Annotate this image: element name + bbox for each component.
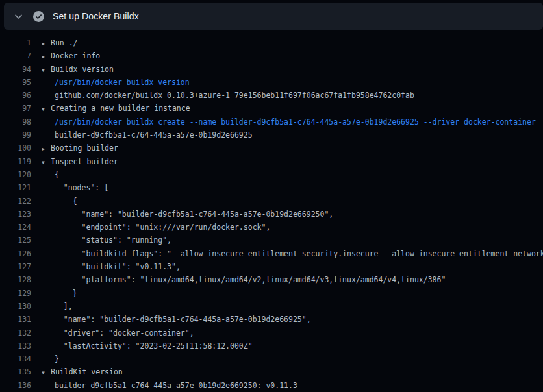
step-header[interactable]: Set up Docker Buildx xyxy=(4,3,543,30)
log-line[interactable]: 119▼Inspect builder xyxy=(0,155,543,168)
line-content: builder-d9cfb5a1-c764-445a-a57e-0b19d2e6… xyxy=(42,379,543,392)
line-content: "platforms": "linux/amd64,linux/amd64/v2… xyxy=(42,273,543,286)
line-number[interactable]: 120 xyxy=(0,168,31,181)
log-viewer: 1▶Run ./7▶Docker info94▼Buildx version95… xyxy=(0,30,543,392)
log-line: 128 "platforms": "linux/amd64,linux/amd6… xyxy=(0,273,543,286)
line-content: "name": "builder-d9cfb5a1-c764-445a-a57e… xyxy=(42,313,543,326)
log-line: 127 "buildkit": "v0.11.3", xyxy=(0,260,543,273)
step-title: Set up Docker Buildx xyxy=(53,11,139,21)
line-content: /usr/bin/docker buildx create --name bui… xyxy=(42,116,543,129)
output-text: "name": "builder-d9cfb5a1-c764-445a-a57e… xyxy=(42,313,311,326)
output-text: "endpoint": "unix:///var/run/docker.sock… xyxy=(42,221,270,234)
group-title: Docker info xyxy=(51,51,100,60)
output-text: "lastActivity": "2023-02-25T11:58:12.000… xyxy=(42,339,253,352)
line-content: "buildkitd-flags": "--allow-insecure-ent… xyxy=(42,247,543,260)
line-number[interactable]: 121 xyxy=(0,181,31,194)
output-text: "driver": "docker-container", xyxy=(42,326,194,339)
log-line[interactable]: 97▼Creating a new builder instance xyxy=(0,102,543,115)
chevron-down-icon: ▼ xyxy=(42,367,51,378)
line-number[interactable]: 135 xyxy=(0,365,31,378)
line-number[interactable]: 133 xyxy=(0,339,31,352)
line-number[interactable]: 136 xyxy=(0,379,31,392)
log-line: 122 { xyxy=(0,195,543,208)
line-content: "status": "running", xyxy=(42,234,543,247)
output-text: "buildkit": "v0.11.3", xyxy=(42,260,181,273)
output-text: { xyxy=(42,195,77,208)
line-content: ▶Booting builder xyxy=(42,141,543,154)
log-line: 129 } xyxy=(0,287,543,300)
log-line[interactable]: 94▼Buildx version xyxy=(0,63,543,76)
line-content: "lastActivity": "2023-02-25T11:58:12.000… xyxy=(42,339,543,352)
line-content: ▼Creating a new builder instance xyxy=(42,102,543,115)
line-content: "buildkit": "v0.11.3", xyxy=(42,260,543,273)
command-text: /usr/bin/docker buildx version xyxy=(42,76,190,89)
line-number[interactable]: 128 xyxy=(0,273,31,286)
log-line[interactable]: 7▶Docker info xyxy=(0,49,543,62)
command-text: /usr/bin/docker buildx create --name bui… xyxy=(42,116,536,129)
line-number[interactable]: 129 xyxy=(0,287,31,300)
line-number[interactable]: 98 xyxy=(0,116,31,129)
line-number[interactable]: 126 xyxy=(0,247,31,260)
line-content: "name": "builder-d9cfb5a1-c764-445a-a57e… xyxy=(42,208,543,221)
log-line: 130 ], xyxy=(0,300,543,313)
line-number[interactable]: 97 xyxy=(0,102,31,115)
group-title: Creating a new builder instance xyxy=(51,104,190,113)
output-text: ], xyxy=(42,300,73,313)
line-content: ▶Run ./ xyxy=(42,36,543,49)
line-number[interactable]: 134 xyxy=(0,352,31,365)
line-content: ▼Buildx version xyxy=(42,63,543,76)
output-text: "platforms": "linux/amd64,linux/amd64/v2… xyxy=(42,273,446,286)
line-number[interactable]: 124 xyxy=(0,221,31,234)
chevron-right-icon: ▶ xyxy=(42,38,51,49)
group-title: Inspect builder xyxy=(51,157,118,166)
log-line: 136builder-d9cfb5a1-c764-445a-a57e-0b19d… xyxy=(0,379,543,392)
log-line[interactable]: 135▼BuildKit version xyxy=(0,365,543,378)
line-number[interactable]: 96 xyxy=(0,89,31,102)
line-number[interactable]: 119 xyxy=(0,155,31,168)
output-text: } xyxy=(42,352,59,365)
line-number[interactable]: 130 xyxy=(0,300,31,313)
line-content: /usr/bin/docker buildx version xyxy=(42,76,543,89)
line-content: ▼BuildKit version xyxy=(42,365,543,378)
chevron-down-icon: ▼ xyxy=(42,103,51,115)
line-number[interactable]: 1 xyxy=(0,36,31,49)
line-number[interactable]: 100 xyxy=(0,141,31,154)
log-line: 96github.com/docker/buildx 0.10.3+azure-… xyxy=(0,89,543,102)
line-number[interactable]: 99 xyxy=(0,129,31,141)
line-content: ▶Docker info xyxy=(42,49,543,62)
log-line: 95/usr/bin/docker buildx version xyxy=(0,76,543,89)
line-content: ], xyxy=(42,300,543,313)
line-number[interactable]: 7 xyxy=(0,49,31,62)
line-number[interactable]: 127 xyxy=(0,260,31,273)
log-line[interactable]: 100▶Booting builder xyxy=(0,141,543,154)
log-line: 121 "nodes": [ xyxy=(0,181,543,194)
line-number[interactable]: 132 xyxy=(0,326,31,339)
line-content: "driver": "docker-container", xyxy=(42,326,543,339)
output-text: "status": "running", xyxy=(42,234,171,247)
line-number[interactable]: 94 xyxy=(0,63,31,76)
line-content: { xyxy=(42,168,543,181)
log-line: 99builder-d9cfb5a1-c764-445a-a57e-0b19d2… xyxy=(0,129,543,141)
line-content: { xyxy=(42,195,543,208)
chevron-down-icon[interactable] xyxy=(14,12,23,21)
output-text: } xyxy=(42,287,77,300)
log-line: 124 "endpoint": "unix:///var/run/docker.… xyxy=(0,221,543,234)
log-line: 126 "buildkitd-flags": "--allow-insecure… xyxy=(0,247,543,260)
log-line: 120{ xyxy=(0,168,543,181)
output-text: "nodes": [ xyxy=(42,181,108,194)
line-number[interactable]: 122 xyxy=(0,195,31,208)
output-text: github.com/docker/buildx 0.10.3+azure-1 … xyxy=(42,89,414,102)
output-text: { xyxy=(42,168,59,181)
line-number[interactable]: 95 xyxy=(0,76,31,89)
log-line[interactable]: 1▶Run ./ xyxy=(0,36,543,49)
group-title: Run ./ xyxy=(51,38,78,47)
line-number[interactable]: 123 xyxy=(0,208,31,221)
line-number[interactable]: 131 xyxy=(0,313,31,326)
log-line: 132 "driver": "docker-container", xyxy=(0,326,543,339)
output-text: "name": "builder-d9cfb5a1-c764-445a-a57e… xyxy=(42,208,333,221)
line-content: github.com/docker/buildx 0.10.3+azure-1 … xyxy=(42,89,543,102)
log-line: 134} xyxy=(0,352,543,365)
chevron-right-icon: ▶ xyxy=(42,51,51,62)
group-title: Buildx version xyxy=(51,65,114,74)
line-number[interactable]: 125 xyxy=(0,234,31,247)
